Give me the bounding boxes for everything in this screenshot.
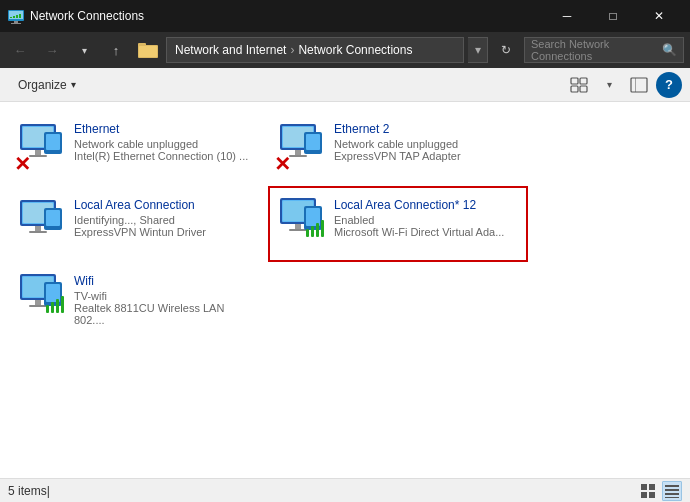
item-details: Wifi TV-wifi Realtek 8811CU Wireless LAN…	[74, 272, 258, 326]
close-button[interactable]: ✕	[636, 0, 682, 32]
svg-rect-11	[571, 78, 578, 84]
organize-label: Organize	[18, 78, 67, 92]
network-adapter-icon	[18, 272, 66, 320]
layout-button[interactable]	[626, 72, 652, 98]
network-item[interactable]: ✕ Ethernet 2 Network cable unplugged Exp…	[268, 110, 528, 186]
view-dropdown-button[interactable]: ▾	[596, 72, 622, 98]
dropdown-button[interactable]: ▾	[70, 36, 98, 64]
item-adapter: Microsoft Wi-Fi Direct Virtual Ada...	[334, 226, 504, 238]
svg-rect-65	[665, 489, 679, 491]
item-icon-wrapper	[18, 272, 66, 320]
help-button[interactable]: ?	[656, 72, 682, 98]
app-icon	[8, 8, 24, 24]
status-separator: |	[47, 484, 50, 498]
svg-rect-7	[19, 14, 21, 18]
svg-rect-42	[289, 229, 307, 231]
path-part-2: Network Connections	[298, 43, 412, 57]
up-icon: ↑	[113, 43, 120, 58]
svg-rect-63	[649, 492, 655, 498]
maximize-button[interactable]: □	[590, 0, 636, 32]
network-items-grid: ✕ Ethernet Network cable unplugged Intel…	[8, 110, 682, 338]
svg-rect-64	[665, 485, 679, 487]
svg-rect-12	[580, 78, 587, 84]
item-status: Network cable unplugged	[334, 138, 461, 150]
svg-rect-41	[295, 224, 301, 229]
item-count: 5 items	[8, 484, 47, 498]
svg-rect-45	[306, 229, 309, 237]
back-icon: ←	[14, 43, 27, 58]
svg-rect-15	[631, 78, 647, 92]
refresh-button[interactable]: ↻	[492, 36, 520, 64]
item-name[interactable]: Ethernet 2	[334, 122, 461, 136]
item-status: Network cable unplugged	[74, 138, 248, 150]
status-bar-right	[638, 481, 682, 501]
window-title: Network Connections	[30, 9, 544, 23]
item-name[interactable]: Local Area Connection* 12	[334, 198, 504, 212]
item-details: Ethernet 2 Network cable unplugged Expre…	[334, 120, 461, 162]
refresh-icon: ↻	[501, 43, 511, 57]
item-status: Identifying..., Shared	[74, 214, 206, 226]
view-dropdown-icon: ▾	[607, 79, 612, 90]
svg-rect-58	[56, 299, 59, 313]
network-item[interactable]: Wifi TV-wifi Realtek 8811CU Wireless LAN…	[8, 262, 268, 338]
address-path[interactable]: Network and Internet › Network Connectio…	[166, 37, 464, 63]
svg-rect-59	[61, 296, 64, 313]
search-placeholder: Search Network Connections	[531, 38, 662, 62]
item-name[interactable]: Local Area Connection	[74, 198, 206, 212]
organize-button[interactable]: Organize ▾	[8, 71, 86, 99]
main-content: ✕ Ethernet Network cable unplugged Intel…	[0, 102, 690, 478]
svg-rect-4	[10, 17, 12, 18]
network-item[interactable]: Local Area Connection Identifying..., Sh…	[8, 186, 268, 262]
layout-icon	[630, 77, 648, 93]
svg-rect-13	[571, 86, 578, 92]
item-adapter: ExpressVPN Wintun Driver	[74, 226, 206, 238]
item-name[interactable]: Wifi	[74, 274, 258, 288]
grid-view-icon	[641, 484, 655, 498]
status-grid-view-btn[interactable]	[638, 481, 658, 501]
svg-rect-62	[641, 492, 647, 498]
svg-rect-52	[35, 300, 41, 305]
item-status: TV-wifi	[74, 290, 258, 302]
breadcrumb-icon-wrapper	[138, 41, 158, 59]
svg-rect-27	[295, 150, 301, 155]
item-icon-wrapper	[18, 196, 66, 244]
view-icon	[570, 77, 588, 93]
back-button[interactable]: ←	[6, 36, 34, 64]
svg-rect-30	[306, 134, 320, 150]
svg-rect-10	[139, 46, 157, 57]
search-box[interactable]: Search Network Connections 🔍	[524, 37, 684, 63]
disconnected-icon: ✕	[274, 154, 292, 172]
svg-rect-56	[46, 305, 49, 313]
svg-rect-2	[14, 21, 18, 23]
svg-rect-16	[635, 78, 636, 92]
forward-button[interactable]: →	[38, 36, 66, 64]
minimize-button[interactable]: ─	[544, 0, 590, 32]
item-adapter: Intel(R) Ethernet Connection (10) ...	[74, 150, 248, 162]
network-adapter-icon	[18, 196, 66, 244]
svg-rect-46	[311, 226, 314, 237]
toolbar-right: ▾ ?	[566, 72, 682, 98]
svg-rect-23	[46, 134, 60, 150]
address-dropdown-button[interactable]: ▾	[468, 37, 488, 63]
svg-rect-47	[316, 223, 319, 237]
toolbar: Organize ▾ ▾ ?	[0, 68, 690, 102]
svg-rect-53	[29, 305, 47, 307]
item-icon-wrapper	[278, 196, 326, 244]
status-list-view-btn[interactable]	[662, 481, 682, 501]
up-button[interactable]: ↑	[102, 36, 130, 64]
item-name[interactable]: Ethernet	[74, 122, 248, 136]
view-options-button[interactable]	[566, 72, 592, 98]
svg-rect-5	[13, 16, 15, 18]
network-item[interactable]: ✕ Ethernet Network cable unplugged Intel…	[8, 110, 268, 186]
svg-rect-34	[35, 226, 41, 231]
status-bar: 5 items |	[0, 478, 690, 502]
item-adapter: Realtek 8811CU Wireless LAN 802....	[74, 302, 258, 326]
help-icon: ?	[665, 77, 673, 92]
svg-rect-3	[11, 23, 21, 24]
svg-rect-60	[641, 484, 647, 490]
title-bar: Network Connections ─ □ ✕	[0, 0, 690, 32]
network-item[interactable]: Local Area Connection* 12 Enabled Micros…	[268, 186, 528, 262]
disconnected-icon: ✕	[14, 154, 32, 172]
svg-rect-66	[665, 493, 679, 495]
item-status: Enabled	[334, 214, 504, 226]
